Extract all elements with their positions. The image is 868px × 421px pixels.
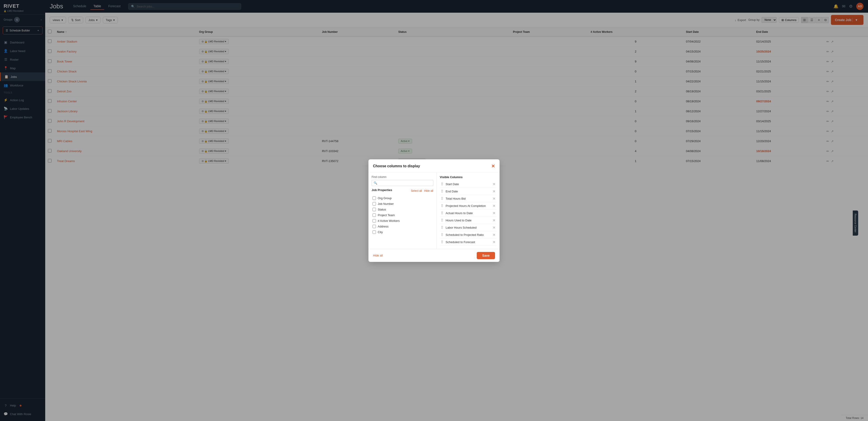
list-item[interactable]: Job Number bbox=[372, 201, 433, 207]
job-properties-header: Job Properties Select all Hide all bbox=[372, 188, 433, 194]
column-search-wrap: 🔍 bbox=[372, 180, 433, 186]
remove-column-button[interactable]: ✕ bbox=[493, 225, 495, 230]
drag-handle-icon[interactable]: ⠿ bbox=[441, 225, 443, 230]
drag-handle-icon[interactable]: ⠿ bbox=[441, 240, 443, 244]
unchecked-columns-list: Org GroupJob NumberStatusProject Team# A… bbox=[372, 195, 433, 246]
modal-title: Choose columns to display bbox=[373, 164, 420, 168]
column-checkbox[interactable] bbox=[373, 214, 376, 217]
remove-column-button[interactable]: ✕ bbox=[493, 189, 495, 194]
remove-column-button[interactable]: ✕ bbox=[493, 211, 495, 215]
list-item: ⠿ Hours Used to Date ✕ bbox=[440, 217, 496, 224]
modal-right-panel: Visible Columns ⠿ Start Date ✕ ⠿ End Dat… bbox=[437, 172, 500, 249]
column-label: Status bbox=[378, 208, 386, 211]
job-properties-label: Job Properties bbox=[372, 188, 392, 192]
column-checkbox[interactable] bbox=[373, 208, 376, 211]
drag-handle-icon[interactable]: ⠿ bbox=[441, 211, 443, 215]
list-item: ⠿ Total Hours Bid ✕ bbox=[440, 195, 496, 202]
drag-handle-icon[interactable]: ⠿ bbox=[441, 182, 443, 186]
column-checkbox[interactable] bbox=[373, 225, 376, 228]
columns-modal: Choose columns to display ✕ Find column … bbox=[368, 159, 500, 262]
column-checkbox[interactable] bbox=[373, 202, 376, 205]
list-item[interactable]: # Active Workers bbox=[372, 218, 433, 224]
visible-col-label: Labor Hours Scheduled bbox=[446, 226, 477, 229]
column-checkbox[interactable] bbox=[373, 230, 376, 234]
list-item: ⠿ Labor Hours Scheduled ✕ bbox=[440, 224, 496, 231]
modal-body: Find column 🔍 Job Properties Select all … bbox=[368, 172, 500, 249]
drag-handle-icon[interactable]: ⠿ bbox=[441, 196, 443, 201]
column-label: Project Team bbox=[378, 214, 395, 217]
list-item[interactable]: Org Group bbox=[372, 195, 433, 201]
column-checkbox[interactable] bbox=[373, 219, 376, 223]
find-column-label: Find column bbox=[372, 175, 433, 178]
remove-column-button[interactable]: ✕ bbox=[493, 182, 495, 186]
visible-col-label: Scheduled to Forecast bbox=[446, 241, 475, 244]
modal-header: Choose columns to display ✕ bbox=[368, 159, 500, 172]
modal-overlay[interactable]: Choose columns to display ✕ Find column … bbox=[0, 0, 868, 421]
drag-handle-icon[interactable]: ⠿ bbox=[441, 204, 443, 208]
drag-handle-icon[interactable]: ⠿ bbox=[441, 189, 443, 194]
column-label: Job Number bbox=[378, 202, 394, 205]
remove-column-button[interactable]: ✕ bbox=[493, 196, 495, 201]
modal-left-panel: Find column 🔍 Job Properties Select all … bbox=[368, 172, 437, 249]
select-all-link[interactable]: Select all bbox=[411, 189, 422, 192]
list-item: ⠿ Start Date ✕ bbox=[440, 180, 496, 188]
visible-col-label: Start Date bbox=[446, 183, 459, 186]
remove-column-button[interactable]: ✕ bbox=[493, 240, 495, 244]
remove-column-button[interactable]: ✕ bbox=[493, 218, 495, 223]
drag-handle-icon[interactable]: ⠿ bbox=[441, 233, 443, 237]
remove-column-button[interactable]: ✕ bbox=[493, 233, 495, 237]
drag-handle-icon[interactable]: ⠿ bbox=[441, 218, 443, 223]
visible-col-label: Projected Hours At Completion bbox=[446, 204, 486, 207]
visible-col-label: Total Hours Bid bbox=[446, 197, 466, 200]
list-item: ⠿ Actual Hours to Date ✕ bbox=[440, 209, 496, 217]
list-item[interactable]: Status bbox=[372, 207, 433, 212]
hide-all-link[interactable]: Hide all bbox=[424, 189, 433, 192]
column-label: Org Group bbox=[378, 196, 392, 200]
list-item[interactable]: Address bbox=[372, 224, 433, 229]
column-label: City bbox=[378, 230, 383, 234]
visible-col-label: Scheduled to Projected Ratio bbox=[446, 233, 484, 236]
column-search-icon: 🔍 bbox=[374, 181, 377, 185]
modal-close-button[interactable]: ✕ bbox=[491, 163, 495, 169]
column-label: # Active Workers bbox=[378, 219, 400, 223]
list-item: ⠿ Scheduled to Projected Ratio ✕ bbox=[440, 231, 496, 238]
modal-footer: Hide all Save bbox=[368, 249, 500, 262]
footer-hide-all-link[interactable]: Hide all bbox=[373, 254, 383, 257]
column-label: Address bbox=[378, 225, 389, 228]
list-item: ⠿ Scheduled to Forecast ✕ bbox=[440, 238, 496, 246]
visible-col-label: End Date bbox=[446, 190, 458, 193]
list-item[interactable]: Project Team bbox=[372, 212, 433, 218]
visible-columns-label: Visible Columns bbox=[440, 175, 496, 179]
list-item: ⠿ Projected Hours At Completion ✕ bbox=[440, 202, 496, 209]
visible-columns-list: ⠿ Start Date ✕ ⠿ End Date ✕ ⠿ Total Hour… bbox=[440, 180, 496, 246]
column-checkbox[interactable] bbox=[373, 196, 376, 200]
visible-col-label: Actual Hours to Date bbox=[446, 212, 473, 215]
remove-column-button[interactable]: ✕ bbox=[493, 204, 495, 208]
visible-col-label: Hours Used to Date bbox=[446, 219, 471, 222]
save-button[interactable]: Save bbox=[477, 252, 495, 259]
column-search-input[interactable] bbox=[379, 181, 431, 185]
list-item: ⠿ End Date ✕ bbox=[440, 188, 496, 195]
list-item[interactable]: City bbox=[372, 229, 433, 235]
